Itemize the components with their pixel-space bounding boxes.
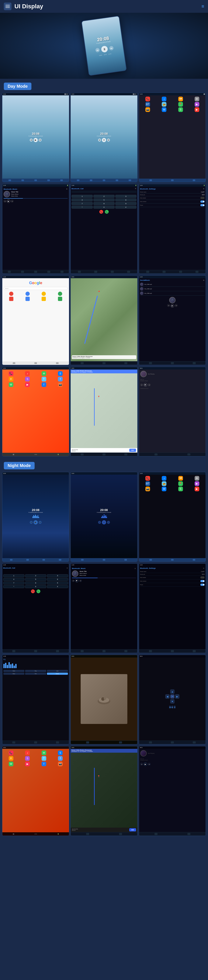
car-play-1[interactable]: ▶ bbox=[33, 138, 38, 142]
n-key-4[interactable]: 4 bbox=[3, 578, 24, 581]
bt-nav-3[interactable] bbox=[34, 271, 37, 273]
night-red-app-4[interactable]: S bbox=[58, 751, 63, 755]
google-nav-2[interactable] bbox=[35, 362, 37, 364]
nav-right-arrow[interactable]: ▶ bbox=[175, 694, 180, 698]
night-prev-1[interactable]: ⏮ bbox=[30, 521, 33, 524]
app-spotify[interactable]: S bbox=[178, 107, 183, 112]
night-app-2[interactable]: ♪ bbox=[162, 476, 166, 480]
app-phone[interactable]: 📞 bbox=[145, 97, 150, 101]
night-np-play[interactable]: ▶ bbox=[144, 762, 147, 766]
playlist-3[interactable]: 华乐_259E.mp3 bbox=[140, 291, 205, 296]
map-nav-3[interactable] bbox=[124, 362, 128, 364]
key-8[interactable]: 8 bbox=[93, 202, 115, 205]
night-app-7[interactable]: 📍 bbox=[178, 481, 183, 486]
np-next[interactable]: ⏭ bbox=[148, 383, 150, 386]
np-nav-2[interactable] bbox=[188, 453, 191, 455]
nbmn-3[interactable] bbox=[124, 650, 128, 652]
nav-extra-3[interactable]: ⏹ bbox=[174, 706, 175, 709]
night-red-app-7[interactable]: T bbox=[42, 756, 46, 761]
n-key-7[interactable]: 7 bbox=[3, 582, 24, 584]
night-power-toggle[interactable] bbox=[200, 584, 205, 586]
app-wechat-icon[interactable]: W bbox=[9, 382, 13, 387]
night-app-12[interactable]: ▶ bbox=[195, 487, 199, 491]
night-app-4[interactable]: ⚙ bbox=[195, 476, 199, 480]
bt-next[interactable]: ⏭ bbox=[11, 200, 13, 202]
end-call-btn[interactable]: 📞 bbox=[99, 210, 103, 214]
night-next-2[interactable]: ⏭ bbox=[107, 521, 110, 524]
app-yt-icon[interactable]: ▶ bbox=[25, 382, 30, 387]
g-app-2[interactable] bbox=[25, 292, 30, 296]
n-key-8[interactable]: 8 bbox=[25, 582, 46, 584]
bt-nav-1[interactable] bbox=[8, 271, 11, 273]
night-app-3[interactable]: 🗺 bbox=[178, 476, 183, 480]
eq-nav-1[interactable] bbox=[12, 741, 15, 743]
bt-settings-close[interactable]: ✕ bbox=[203, 188, 205, 190]
car-prev-1[interactable]: ⏮ bbox=[30, 138, 33, 142]
np-prev[interactable]: ⏮ bbox=[140, 383, 143, 386]
app-radio[interactable]: 📻 bbox=[162, 102, 166, 107]
social-next[interactable]: ⏭ bbox=[175, 304, 177, 307]
nnb-2[interactable] bbox=[171, 741, 174, 743]
night-end-call[interactable]: 📞 bbox=[31, 589, 35, 593]
app-podcast-icon[interactable]: 🎙 bbox=[9, 377, 13, 382]
nmn-2[interactable] bbox=[119, 833, 122, 835]
nnb-1[interactable] bbox=[149, 741, 152, 743]
nav-bar-3[interactable] bbox=[124, 453, 128, 455]
bt-settings-nav-4[interactable] bbox=[195, 271, 199, 273]
app-fb-icon[interactable]: f bbox=[58, 377, 63, 382]
n-key-hash[interactable]: # bbox=[47, 585, 68, 588]
n-key-5[interactable]: 5 bbox=[25, 578, 46, 581]
key-9[interactable]: 9 bbox=[115, 202, 137, 205]
n-key-1[interactable]: 1 bbox=[3, 574, 24, 577]
np-nav-1[interactable] bbox=[154, 453, 158, 455]
nsn-1[interactable] bbox=[149, 650, 152, 652]
food-nav-2[interactable] bbox=[119, 741, 122, 743]
nav-extra-2[interactable]: ▶▶ bbox=[172, 706, 173, 709]
bt-nav-2[interactable] bbox=[21, 271, 24, 273]
g-app-3[interactable] bbox=[42, 292, 46, 296]
app-media[interactable]: ▶ bbox=[195, 102, 199, 107]
g-app-5[interactable] bbox=[9, 297, 13, 301]
night-call-close[interactable]: ✕ bbox=[66, 567, 68, 569]
np-play[interactable]: ▶ bbox=[144, 383, 147, 387]
key-2[interactable]: 2 bbox=[93, 195, 115, 198]
food-nav-1[interactable] bbox=[86, 741, 89, 743]
playlist-1[interactable]: 华乐_259E.mp3 bbox=[140, 282, 205, 287]
night-red-app-11[interactable]: f bbox=[42, 762, 46, 766]
n-key-star[interactable]: * bbox=[3, 585, 24, 588]
g-app-8[interactable] bbox=[58, 297, 62, 301]
map-nav-1[interactable] bbox=[80, 362, 84, 364]
night-np-prev[interactable]: ⏮ bbox=[140, 763, 143, 765]
nsn-2[interactable] bbox=[171, 650, 174, 652]
eq-preset-3[interactable]: Jazz bbox=[47, 670, 68, 672]
night-red-app-6[interactable]: S bbox=[25, 756, 30, 761]
app-phone-icon[interactable]: 📞 bbox=[9, 371, 13, 376]
g-app-4[interactable] bbox=[58, 292, 62, 296]
hero-next-btn[interactable]: ⏭ bbox=[109, 46, 114, 51]
go-button[interactable]: GO bbox=[129, 449, 136, 452]
app-msg-icon[interactable]: ✉ bbox=[42, 371, 46, 376]
social-prev[interactable]: ⏮ bbox=[167, 304, 170, 307]
nsn-3[interactable] bbox=[193, 650, 196, 652]
nav-extra-1[interactable]: ◀◀ bbox=[169, 706, 171, 709]
hero-play-btn[interactable]: ⏸ bbox=[101, 46, 108, 53]
app-waze[interactable]: W bbox=[162, 107, 166, 112]
nbmn-1[interactable] bbox=[80, 650, 84, 652]
app-safari-icon[interactable]: S bbox=[58, 371, 63, 376]
bt-settings-nav-3[interactable] bbox=[179, 271, 182, 273]
eq-nav-3[interactable] bbox=[56, 741, 59, 743]
n-key-0[interactable]: 0 bbox=[25, 585, 46, 588]
app-camera[interactable]: 📷 bbox=[145, 107, 150, 112]
ncn-2[interactable] bbox=[34, 650, 37, 652]
night-settings-close[interactable]: ✕ bbox=[203, 567, 205, 570]
night-red-app-5[interactable]: 🎙 bbox=[9, 756, 13, 761]
n-key-3[interactable]: 3 bbox=[47, 574, 68, 577]
auto-connect-toggle[interactable] bbox=[200, 200, 205, 203]
bt-call-nav-2[interactable] bbox=[94, 271, 97, 273]
night-red-app-8[interactable]: f bbox=[58, 756, 63, 761]
social-play[interactable]: ▶ bbox=[171, 304, 174, 307]
eq-preset-1[interactable]: Rock bbox=[3, 670, 24, 672]
night-play-2[interactable]: ⏸ bbox=[102, 520, 106, 525]
bt-settings-nav-2[interactable] bbox=[162, 271, 165, 273]
key-3[interactable]: 3 bbox=[115, 195, 137, 198]
